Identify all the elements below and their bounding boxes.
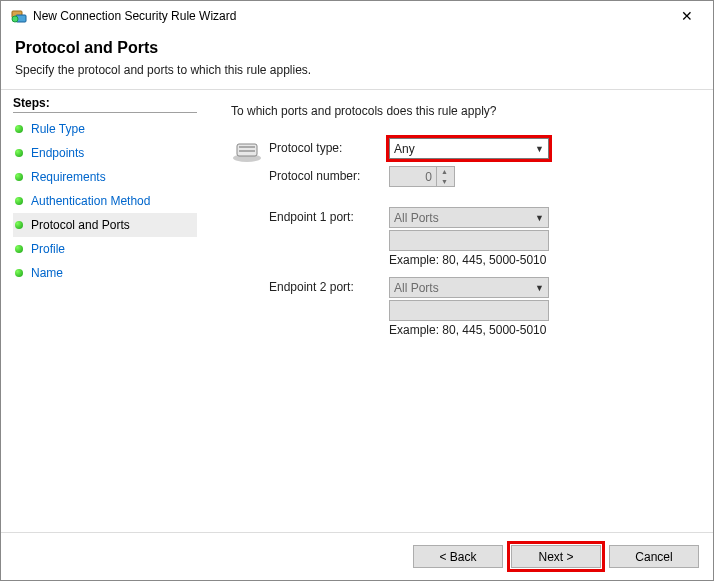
page-subtitle: Specify the protocol and ports to which … (15, 63, 699, 77)
bullet-icon (15, 125, 23, 133)
bullet-icon (15, 173, 23, 181)
endpoint2-label: Endpoint 2 port: (269, 277, 389, 294)
chevron-down-icon: ▼ (535, 283, 544, 293)
step-authentication-method[interactable]: Authentication Method (13, 189, 197, 213)
prompt-text: To which ports and protocols does this r… (231, 104, 689, 118)
endpoint2-value: All Ports (394, 281, 439, 295)
bullet-icon (15, 245, 23, 253)
step-endpoints[interactable]: Endpoints (13, 141, 197, 165)
protocol-type-value: Any (394, 142, 415, 156)
header-section: Protocol and Ports Specify the protocol … (1, 31, 713, 90)
footer-buttons: < Back Next > Cancel (1, 532, 713, 580)
protocol-number-label: Protocol number: (269, 166, 389, 183)
step-name[interactable]: Name (13, 261, 197, 285)
endpoint1-value: All Ports (394, 211, 439, 225)
svg-point-2 (12, 16, 18, 22)
chevron-down-icon: ▼ (535, 144, 544, 154)
endpoint1-port-input[interactable] (389, 230, 549, 251)
bullet-icon (15, 269, 23, 277)
spin-down-icon[interactable]: ▼ (437, 177, 452, 187)
close-icon: ✕ (681, 8, 693, 24)
step-rule-type[interactable]: Rule Type (13, 117, 197, 141)
endpoint2-port-dropdown[interactable]: All Ports ▼ (389, 277, 549, 298)
endpoint2-port-input[interactable] (389, 300, 549, 321)
server-icon (231, 140, 263, 164)
page-title: Protocol and Ports (15, 39, 699, 57)
step-protocol-and-ports[interactable]: Protocol and Ports (13, 213, 197, 237)
window-title: New Connection Security Rule Wizard (33, 9, 664, 23)
title-bar: New Connection Security Rule Wizard ✕ (1, 1, 713, 31)
protocol-number-stepper[interactable]: ▲ ▼ (389, 166, 455, 187)
endpoint1-label: Endpoint 1 port: (269, 207, 389, 224)
next-button[interactable]: Next > (511, 545, 601, 568)
close-button[interactable]: ✕ (664, 2, 709, 30)
bullet-icon (15, 221, 23, 229)
step-profile[interactable]: Profile (13, 237, 197, 261)
svg-rect-5 (239, 146, 255, 148)
endpoint1-port-dropdown[interactable]: All Ports ▼ (389, 207, 549, 228)
bullet-icon (15, 197, 23, 205)
back-button[interactable]: < Back (413, 545, 503, 568)
step-requirements[interactable]: Requirements (13, 165, 197, 189)
chevron-down-icon: ▼ (535, 213, 544, 223)
main-panel: To which ports and protocols does this r… (207, 90, 713, 532)
bullet-icon (15, 149, 23, 157)
steps-heading: Steps: (13, 96, 197, 113)
spin-up-icon[interactable]: ▲ (437, 167, 452, 177)
cancel-button[interactable]: Cancel (609, 545, 699, 568)
endpoint2-example: Example: 80, 445, 5000-5010 (389, 323, 569, 337)
endpoint1-example: Example: 80, 445, 5000-5010 (389, 253, 569, 267)
protocol-number-input[interactable] (390, 170, 436, 184)
svg-rect-6 (239, 150, 255, 152)
app-icon (11, 8, 27, 24)
steps-sidebar: Steps: Rule Type Endpoints Requirements … (1, 90, 207, 532)
protocol-type-dropdown[interactable]: Any ▼ (389, 138, 549, 159)
protocol-type-label: Protocol type: (269, 138, 389, 155)
